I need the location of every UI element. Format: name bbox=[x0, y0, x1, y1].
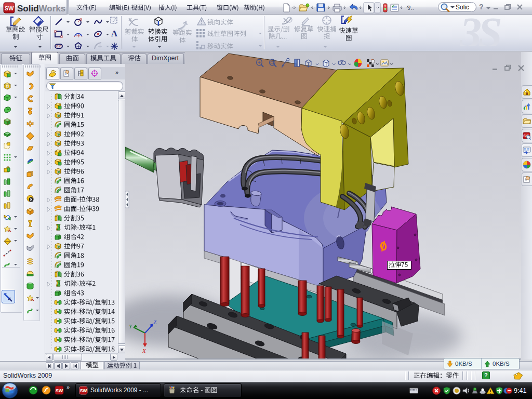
svg-text:Solic: Solic bbox=[456, 4, 469, 11]
svg-text:SW: SW bbox=[56, 388, 63, 393]
svg-text:SW: SW bbox=[5, 5, 14, 11]
svg-text:Z: Z bbox=[153, 319, 157, 325]
svg-text:A: A bbox=[111, 29, 118, 38]
svg-text:⅋..: ⅋.. bbox=[406, 5, 414, 11]
svg-text:X: X bbox=[142, 348, 147, 354]
svg-text:SW: SW bbox=[80, 388, 88, 393]
svg-text:SolidWorks: SolidWorks bbox=[17, 4, 65, 14]
